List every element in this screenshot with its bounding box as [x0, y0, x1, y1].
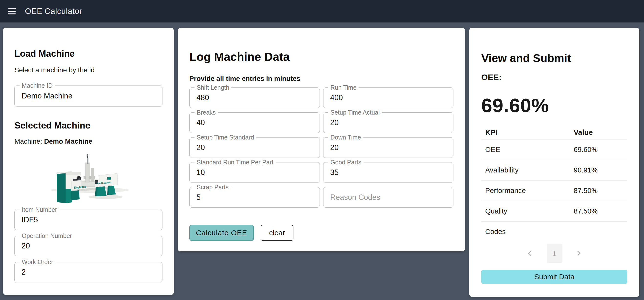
breaks-field: Breaks — [189, 112, 320, 133]
kpi-table-header: KPI Value — [481, 126, 628, 139]
kpi-header-cell: KPI — [481, 128, 570, 136]
down-time-field: Down Time — [323, 137, 454, 158]
good-parts-field: Good Parts — [323, 162, 454, 183]
scrap-parts-field: Scrap Parts — [189, 187, 320, 208]
selected-machine-title: Selected Machine — [14, 120, 162, 131]
clear-button[interactable]: clear — [261, 225, 294, 241]
load-machine-subtitle: Select a machine by the id — [14, 66, 162, 74]
chevron-right-icon — [576, 251, 580, 256]
oee-value: 69.60% — [481, 94, 628, 117]
setup-time-standard-field: Setup Time Standard — [189, 137, 320, 158]
log-machine-data-card: Log Machine Data Provide all time entrie… — [178, 28, 465, 252]
operation-number-field: Operation Number — [14, 236, 162, 256]
reason-codes-input[interactable] — [324, 188, 454, 208]
calculate-oee-button[interactable]: Calculate OEE — [189, 225, 254, 241]
oee-label: OEE: — [481, 72, 628, 82]
submit-data-button[interactable]: Submit Data — [481, 270, 628, 284]
pagination: 1 — [481, 244, 628, 263]
machine-id-field: Machine ID — [14, 86, 162, 106]
log-fields-grid: Shift Length Run Time Breaks Setup Time … — [189, 88, 454, 208]
view-submit-card: View and Submit OEE: 69.60% KPI Value OE… — [469, 28, 639, 297]
previous-page-button[interactable] — [525, 248, 536, 259]
selected-machine-name: Demo Machine — [44, 138, 92, 145]
reason-codes-field — [323, 187, 454, 208]
log-machine-title: Log Machine Data — [189, 50, 454, 64]
machine-image: EagleTec EA-TL1530T3 — [47, 153, 130, 206]
next-page-button[interactable] — [573, 248, 584, 259]
work-order-label: Work Order — [20, 258, 56, 265]
chevron-left-icon — [528, 251, 533, 256]
load-machine-card: Load Machine Select a machine by the id … — [3, 28, 174, 295]
standard-run-time-field: Standard Run Time Per Part — [189, 162, 320, 183]
shift-length-field: Shift Length — [189, 88, 320, 108]
table-row: Availability 90.91% — [481, 160, 628, 180]
table-row: Quality 87.50% — [481, 201, 628, 221]
app-bar: OEE Calculator — [0, 0, 644, 22]
item-number-label: Item Number — [20, 206, 59, 213]
setup-time-actual-field: Setup Time Actual — [323, 112, 454, 133]
time-entries-note: Provide all time entries in minutes — [189, 74, 454, 83]
table-row: OEE 69.60% — [481, 139, 628, 160]
operation-number-label: Operation Number — [20, 232, 74, 239]
run-time-field: Run Time — [323, 88, 454, 108]
page-1-button[interactable]: 1 — [547, 244, 562, 263]
load-machine-title: Load Machine — [14, 48, 162, 59]
hamburger-icon — [8, 8, 16, 9]
machine-id-label: Machine ID — [20, 82, 55, 89]
selected-machine-line: Machine: Demo Machine — [14, 137, 162, 146]
app-title: OEE Calculator — [25, 6, 82, 16]
view-submit-title: View and Submit — [481, 51, 628, 65]
menu-button[interactable] — [4, 4, 20, 19]
value-header-cell: Value — [570, 128, 628, 136]
kpi-table: KPI Value OEE 69.60% Availability 90.91%… — [481, 126, 628, 242]
table-row: Performance 87.50% — [481, 180, 628, 201]
table-row: Codes — [481, 221, 628, 242]
item-number-field: Item Number — [14, 210, 162, 230]
log-actions: Calculate OEE clear — [189, 225, 454, 241]
work-order-field: Work Order — [14, 262, 162, 282]
